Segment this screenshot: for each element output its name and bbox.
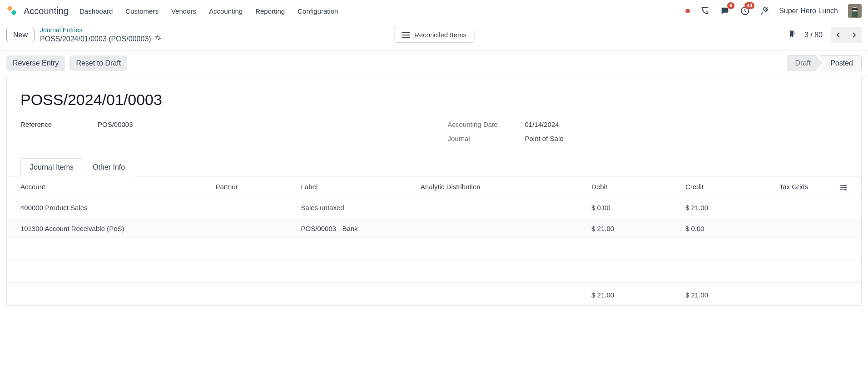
total-debit: $ 21.00 — [588, 282, 682, 305]
reference-value[interactable]: POS/00003 — [98, 121, 133, 128]
svg-rect-0 — [7, 5, 13, 11]
cell-label: POS/00003 - Bank — [298, 218, 417, 239]
svg-rect-9 — [842, 187, 847, 188]
reference-label: Reference — [20, 121, 84, 128]
cell-analytic — [417, 197, 588, 218]
cell-label: Sales untaxed — [298, 197, 417, 218]
pager-prev-button[interactable] — [831, 27, 846, 43]
svg-point-12 — [845, 189, 846, 190]
table-spacer-row — [7, 261, 861, 282]
list-icon — [402, 32, 410, 38]
status-bar: Reverse Entry Reset to Draft Draft Poste… — [0, 50, 868, 76]
breadcrumb-current: POSS/2024/01/0003 (POS/00003) — [40, 35, 161, 44]
nav-vendors[interactable]: Vendors — [171, 7, 196, 15]
status-draft[interactable]: Draft — [787, 55, 823, 71]
topnav-right: 6 43 Super Hero Lunch — [685, 4, 862, 18]
total-credit: $ 21.00 — [682, 282, 776, 305]
tabs: Journal Items Other Info — [7, 158, 861, 176]
top-navbar: Accounting Dashboard Customers Vendors A… — [0, 0, 868, 22]
app-logo-icon[interactable] — [6, 5, 18, 17]
th-credit[interactable]: Credit — [682, 176, 776, 197]
nav-customers[interactable]: Customers — [125, 7, 159, 15]
voip-icon[interactable] — [700, 6, 710, 16]
reconciled-items-button[interactable]: Reconciled Items — [394, 27, 474, 43]
sheet-wrap: POSS/2024/01/0003 Reference POS/00003 Ac… — [0, 76, 868, 324]
control-bar: New Journal Entries POSS/2024/01/0003 (P… — [0, 22, 868, 50]
breadcrumb: Journal Entries POSS/2024/01/0003 (POS/0… — [40, 26, 161, 44]
reverse-entry-button[interactable]: Reverse Entry — [6, 55, 65, 71]
svg-rect-11 — [840, 189, 845, 190]
journal-label: Journal — [448, 135, 511, 142]
messages-icon[interactable]: 6 — [720, 6, 730, 16]
th-tax-grids[interactable]: Tax Grids — [776, 176, 836, 197]
svg-point-8 — [845, 185, 846, 186]
pager-text[interactable]: 3 / 80 — [804, 31, 823, 39]
activities-icon[interactable]: 43 — [740, 6, 750, 16]
journal-value[interactable]: Point of Sale — [525, 135, 564, 142]
totals-row: $ 21.00 $ 21.00 — [7, 282, 861, 305]
nav-accounting[interactable]: Accounting — [209, 7, 243, 15]
cell-credit: $ 21.00 — [682, 197, 776, 218]
user-avatar[interactable] — [848, 4, 862, 18]
breadcrumb-parent[interactable]: Journal Entries — [40, 26, 161, 35]
cell-partner — [212, 197, 297, 218]
cell-debit: $ 21.00 — [588, 218, 682, 239]
svg-rect-7 — [840, 185, 845, 186]
journal-items-table: Account Partner Label Analytic Distribut… — [7, 176, 861, 305]
cell-tax-grids — [776, 197, 836, 218]
field-journal: Journal Point of Sale — [448, 135, 848, 142]
messages-badge: 6 — [727, 2, 734, 9]
accounting-date-value[interactable]: 01/14/2024 — [525, 121, 559, 128]
table-row[interactable]: 400000 Product Sales Sales untaxed $ 0.0… — [7, 197, 861, 218]
cell-tax-grids — [776, 218, 836, 239]
pager-group — [831, 27, 862, 43]
cell-credit: $ 0.00 — [682, 218, 776, 239]
tab-other-info[interactable]: Other Info — [83, 158, 134, 176]
tab-journal-items[interactable]: Journal Items — [20, 158, 83, 176]
pager-zone: 3 / 80 — [788, 27, 862, 43]
activities-badge: 43 — [744, 2, 754, 9]
reset-to-draft-button[interactable]: Reset to Draft — [69, 55, 127, 71]
record-title: POSS/2024/01/0003 — [20, 91, 848, 109]
svg-rect-1 — [11, 10, 17, 15]
column-options-button[interactable] — [836, 176, 861, 197]
form-sheet: POSS/2024/01/0003 Reference POS/00003 Ac… — [6, 77, 862, 306]
th-partner[interactable]: Partner — [212, 176, 297, 197]
th-account[interactable]: Account — [7, 176, 212, 197]
svg-rect-5 — [852, 8, 858, 10]
breadcrumb-current-text: POSS/2024/01/0003 (POS/00003) — [40, 35, 151, 44]
field-grid: Reference POS/00003 Accounting Date 01/1… — [20, 121, 848, 142]
nav-dashboard[interactable]: Dashboard — [79, 7, 113, 15]
cell-debit: $ 0.00 — [588, 197, 682, 218]
status-dot-icon[interactable] — [685, 9, 690, 13]
th-analytic[interactable]: Analytic Distribution — [417, 176, 588, 197]
nav-links: Dashboard Customers Vendors Accounting R… — [79, 7, 338, 15]
accounting-date-label: Accounting Date — [448, 121, 511, 128]
debug-icon[interactable] — [760, 6, 769, 15]
pager-next-button[interactable] — [846, 27, 862, 43]
reconciled-items-label: Reconciled Items — [414, 31, 466, 39]
gear-icon[interactable] — [155, 35, 161, 43]
bookmark-icon[interactable] — [788, 29, 796, 40]
th-debit[interactable]: Debit — [588, 176, 682, 197]
status-posted[interactable]: Posted — [818, 55, 862, 71]
nav-reporting[interactable]: Reporting — [255, 7, 285, 15]
company-switcher[interactable]: Super Hero Lunch — [779, 7, 838, 15]
cell-partner — [212, 218, 297, 239]
th-label[interactable]: Label — [298, 176, 417, 197]
cell-account: 101300 Account Receivable (PoS) — [7, 218, 212, 239]
app-title[interactable]: Accounting — [24, 6, 69, 16]
cell-analytic — [417, 218, 588, 239]
svg-rect-6 — [852, 12, 858, 17]
field-accounting-date: Accounting Date 01/14/2024 — [448, 121, 848, 128]
new-button[interactable]: New — [6, 28, 35, 42]
field-reference: Reference POS/00003 — [20, 121, 421, 128]
table-header-row: Account Partner Label Analytic Distribut… — [7, 176, 861, 197]
nav-configuration[interactable]: Configuration — [298, 7, 338, 15]
table-row[interactable]: 101300 Account Receivable (PoS) POS/0000… — [7, 218, 861, 239]
table-spacer-row — [7, 239, 861, 261]
svg-point-10 — [840, 187, 842, 188]
status-flow: Draft Posted — [787, 55, 862, 71]
cell-account: 400000 Product Sales — [7, 197, 212, 218]
